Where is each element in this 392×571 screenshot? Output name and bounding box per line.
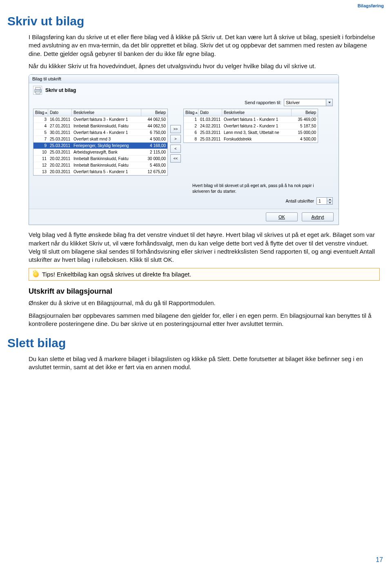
page-header-label: Bilagsføring [358,3,384,8]
col-belop[interactable]: Beløp [141,109,167,116]
col-belop[interactable]: Beløp [292,109,318,116]
table-row[interactable]: 224.02.2011Overført faktura 2 - Kundenr … [184,123,318,129]
table-row[interactable]: 725.03.2011Overført skatt mnd 34 500,00 [33,136,167,143]
svg-rect-2 [36,91,40,94]
ok-button[interactable]: OK [266,212,298,221]
tips-box: Tips! Enkeltbilag kan også skrives ut di… [29,268,380,281]
dialog-toolbar-label: Skriv ut bilag [45,87,76,93]
table-row[interactable]: 316.01.2011Overført faktura 3 - Kundenr … [33,116,167,123]
print-dialog: Bilag til utskrift Skriv ut bilag Send r… [29,74,339,225]
table-row[interactable]: 825.03.2011Forskuddstrekk4 500,00 [184,136,318,143]
heading-skriv-ut-bilag: Skriv ut bilag [7,14,392,28]
tips-text: Tips! Enkeltbilag kan også skrives ut di… [42,271,191,278]
move-right-button[interactable]: > [170,135,181,143]
table-row[interactable]: 1320.03.2011Overført faktura 5 - Kundenr… [33,169,167,175]
table-row[interactable]: 427.01.2011Innbetalt Bankinnskudd, Faktu… [33,123,167,129]
dialog-title: Bilag til utskrift [29,75,339,83]
svg-point-3 [40,90,40,91]
dialog-info-text: Hvert bilag vil bli skrevet ut på eget a… [192,178,331,196]
antall-value: 1 [318,199,321,203]
dropdown-arrow-icon [326,99,332,106]
spinner-down-icon[interactable] [327,201,332,205]
antall-label: Antall utskrifter [286,199,314,203]
table-row[interactable]: 1025.03.2011Arbeidsgiveravgift, Bank2 11… [33,149,167,156]
slett-paragraph: Du kan slette et bilag ved å markere bil… [29,355,380,372]
col-beskrivelse[interactable]: Beskrivelse [72,109,141,116]
col-dato[interactable]: Dato [198,109,222,116]
heading-utskrift-bilagsjournal: Utskrift av bilagsjournal [29,287,392,296]
col-dato[interactable]: Dato [48,109,72,116]
send-report-select[interactable]: Skriver [284,99,333,106]
intro-paragraph-1: I Bilagsføring kan du skrive ut et eller… [29,33,380,58]
table-row[interactable]: 1120.02.2011Innbetalt Bankinnskudd, Fakt… [33,156,167,162]
col-bilag[interactable]: Bilag [184,109,198,116]
move-all-right-button[interactable]: >> [170,125,181,133]
available-list[interactable]: Bilag Dato Beskrivelse Beløp 316.01.2011… [33,109,168,176]
col-beskrivelse[interactable]: Beskrivelse [222,109,292,116]
table-row[interactable]: 625.03.2011Lønn mnd 3, Skatt, Utbetalt n… [184,129,318,136]
antall-spinner[interactable]: 1 [316,197,333,205]
table-row[interactable]: 925.03.2011Feriepenger, Skyldig feriepen… [33,143,167,149]
intro-paragraph-2: Når du klikker Skriv ut fra hovedvinduet… [29,62,380,70]
sort-asc-icon [195,112,198,114]
table-row[interactable]: 1220.02.2011Innbetalt Bankinnskudd, Fakt… [33,162,167,169]
selected-list[interactable]: Bilag Dato Beskrivelse Beløp 101.03.2011… [183,109,318,143]
bilagsjournal-paragraph-1: Ønsker du å skrive ut en Bilagsjournal, … [29,299,380,307]
instruction-paragraph: Velg bilag ved å flytte ønskede bilag fr… [29,231,380,264]
print-icon [33,86,42,95]
send-report-label: Send rapporten til: [245,100,281,105]
lightbulb-icon [33,272,39,277]
move-all-left-button[interactable]: << [170,154,181,163]
col-bilag[interactable]: Bilag [33,109,48,116]
cancel-button[interactable]: Avbryt [302,212,334,221]
table-row[interactable]: 530.01.2011Overført faktura 4 - Kundenr … [33,129,167,136]
spinner-up-icon[interactable] [327,198,332,201]
heading-slett-bilag: Slett bilag [7,336,392,350]
page-number: 17 [376,556,383,564]
sort-asc-icon [45,112,47,114]
send-report-value: Skriver [286,100,300,105]
move-left-button[interactable]: < [170,145,181,153]
table-row[interactable]: 101.03.2011Overført faktura 1 - Kundenr … [184,116,318,123]
svg-rect-0 [36,87,40,89]
bilagsjournal-paragraph-2: Bilagsjournalen bør oppbevares sammen me… [29,312,380,328]
